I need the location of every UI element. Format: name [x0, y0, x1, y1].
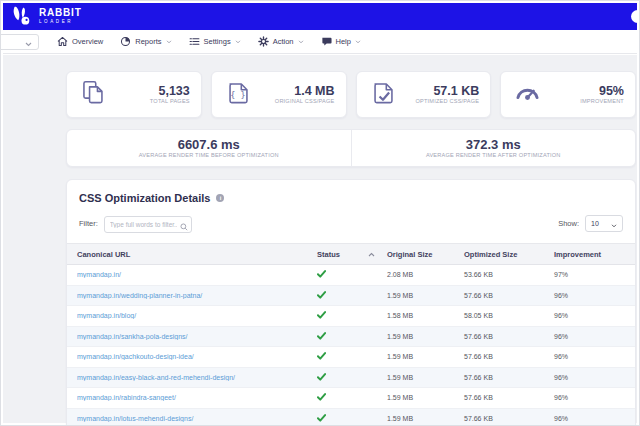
- table-row: mymandap.in/sankha-pola-designs/ 1.59 MB…: [67, 327, 635, 348]
- pie-chart-icon: [120, 36, 131, 47]
- canonical-url-link[interactable]: mymandap.in/rabindra-sangeet/: [77, 394, 317, 401]
- stat-value: 5,133: [150, 84, 190, 98]
- check-icon: [317, 311, 326, 320]
- main-nav: Overview Reports Settings: [3, 30, 637, 54]
- canonical-url-link[interactable]: mymandap.in/blog/: [77, 312, 317, 319]
- chevron-down-icon: [166, 40, 172, 44]
- nav-item-reports[interactable]: Reports: [120, 36, 171, 47]
- chevron-down-icon: [298, 40, 304, 44]
- avatar[interactable]: [631, 10, 640, 23]
- stat-card-improvement: 95% IMPROVEMENT: [500, 71, 636, 118]
- stat-label: IMPROVEMENT: [580, 98, 624, 104]
- original-size-value: 1.58 MB: [387, 312, 464, 319]
- nav-item-help[interactable]: Help: [321, 36, 361, 47]
- filter-label: Filter:: [79, 219, 98, 228]
- domain-select[interactable]: [0, 34, 39, 50]
- page-size-value: 10: [591, 220, 599, 227]
- home-icon: [57, 36, 68, 47]
- canonical-url-link[interactable]: mymandap.in/sankha-pola-designs/: [77, 333, 317, 340]
- css-details-card: CSS Optimization Details i Filter: Show:…: [66, 179, 636, 426]
- section-title: CSS Optimization Details: [79, 192, 210, 204]
- nav-label: Reports: [135, 37, 161, 46]
- column-header-optimized-size[interactable]: Optimized Size: [464, 250, 554, 259]
- canonical-url-link[interactable]: mymandap.in/lotus-mehendi-designs/: [77, 415, 317, 422]
- improvement-value: 96%: [554, 292, 635, 299]
- file-check-icon: [370, 79, 397, 110]
- sort-asc-icon[interactable]: [368, 252, 375, 257]
- nav-label: Help: [336, 37, 351, 46]
- stat-value: 95%: [580, 84, 624, 98]
- brand-logo[interactable]: RABBIT LOADER: [11, 6, 82, 27]
- chevron-down-icon: [611, 214, 617, 232]
- brand-subname: LOADER: [39, 20, 82, 25]
- chevron-down-icon: [235, 40, 241, 44]
- optimized-size-value: 57.66 KB: [464, 333, 554, 340]
- improvement-value: 96%: [554, 312, 635, 319]
- svg-text:{ }: { }: [230, 90, 245, 100]
- check-icon: [317, 352, 326, 361]
- stat-label: OPTIMIZED CSS/PAGE: [415, 98, 479, 104]
- table-row: mymandap.in/blog/ 1.58 MB 58.05 KB 96%: [67, 306, 635, 327]
- column-header-status[interactable]: Status: [317, 250, 387, 259]
- status-cell: [317, 352, 387, 361]
- nav-label: Settings: [204, 37, 231, 46]
- status-cell: [317, 414, 387, 423]
- check-icon: [317, 291, 326, 300]
- original-size-value: 1.59 MB: [387, 333, 464, 340]
- original-size-value: 1.59 MB: [387, 353, 464, 360]
- original-size-value: 1.59 MB: [387, 394, 464, 401]
- table-row: mymandap.in/wedding-planner-in-patna/ 1.…: [67, 286, 635, 307]
- status-cell: [317, 393, 387, 402]
- canonical-url-link[interactable]: mymandap.in/: [77, 271, 317, 278]
- column-header-canonical-url[interactable]: Canonical URL: [77, 250, 317, 259]
- canonical-url-link[interactable]: mymandap.in/wedding-planner-in-patna/: [77, 292, 317, 299]
- filter-input[interactable]: [104, 216, 192, 233]
- original-size-value: 1.59 MB: [387, 292, 464, 299]
- page-size-select[interactable]: 10: [585, 215, 623, 232]
- search-icon: [180, 217, 188, 235]
- canonical-url-link[interactable]: mymandap.in/easy-black-and-red-mehendi-d…: [77, 374, 317, 381]
- table-row: mymandap.in/lotus-mehendi-designs/ 1.59 …: [67, 409, 635, 426]
- status-cell: [317, 311, 387, 320]
- original-size-value: 1.59 MB: [387, 415, 464, 422]
- status-cell: [317, 373, 387, 382]
- render-before-label: AVERAGE RENDER TIME BEFORE OPTIMIZATION: [139, 152, 279, 159]
- content-area: 5,133 TOTAL PAGES { } 1.4 MB ORIGINAL CS…: [3, 55, 637, 423]
- optimized-size-value: 57.66 KB: [464, 292, 554, 299]
- app-window: RABBIT LOADER Overview Reports: [0, 0, 640, 426]
- optimized-size-value: 57.66 KB: [464, 394, 554, 401]
- stat-label: TOTAL PAGES: [150, 98, 190, 104]
- rabbit-logo-icon: [11, 6, 33, 27]
- check-icon: [317, 393, 326, 402]
- table-row: mymandap.in/ 2.08 MB 53.66 KB 97%: [67, 265, 635, 286]
- chevron-down-icon: [25, 33, 32, 51]
- render-time-before: 6607.6 ms AVERAGE RENDER TIME BEFORE OPT…: [67, 130, 351, 166]
- render-after-value: 372.3 ms: [466, 137, 521, 153]
- nav-label: Overview: [72, 37, 103, 46]
- render-times-card: 6607.6 ms AVERAGE RENDER TIME BEFORE OPT…: [66, 129, 636, 167]
- original-size-value: 2.08 MB: [387, 271, 464, 278]
- nav-label: Action: [273, 37, 294, 46]
- stats-row: 5,133 TOTAL PAGES { } 1.4 MB ORIGINAL CS…: [66, 71, 636, 118]
- list-icon: [189, 36, 200, 47]
- render-before-value: 6607.6 ms: [178, 137, 240, 153]
- optimized-size-value: 57.66 KB: [464, 353, 554, 360]
- stat-card-original-css: { } 1.4 MB ORIGINAL CSS/PAGE: [211, 71, 347, 118]
- nav-item-settings[interactable]: Settings: [189, 36, 241, 47]
- improvement-value: 96%: [554, 353, 635, 360]
- original-size-value: 1.59 MB: [387, 374, 464, 381]
- column-header-original-size[interactable]: Original Size: [387, 250, 464, 259]
- canonical-url-link[interactable]: mymandap.in/gachkouto-design-idea/: [77, 353, 317, 360]
- status-cell: [317, 270, 387, 279]
- improvement-value: 97%: [554, 271, 635, 278]
- pages-icon: [80, 79, 107, 110]
- nav-item-action[interactable]: Action: [258, 36, 304, 47]
- improvement-value: 96%: [554, 333, 635, 340]
- stat-label: ORIGINAL CSS/PAGE: [275, 98, 335, 104]
- nav-item-overview[interactable]: Overview: [57, 36, 103, 47]
- render-after-label: AVERAGE RENDER TIME AFTER OPTIMIZATION: [426, 152, 561, 159]
- css-file-icon: { }: [225, 79, 252, 110]
- info-icon[interactable]: i: [216, 194, 224, 202]
- improvement-value: 96%: [554, 394, 635, 401]
- column-header-improvement[interactable]: Improvement: [554, 250, 635, 259]
